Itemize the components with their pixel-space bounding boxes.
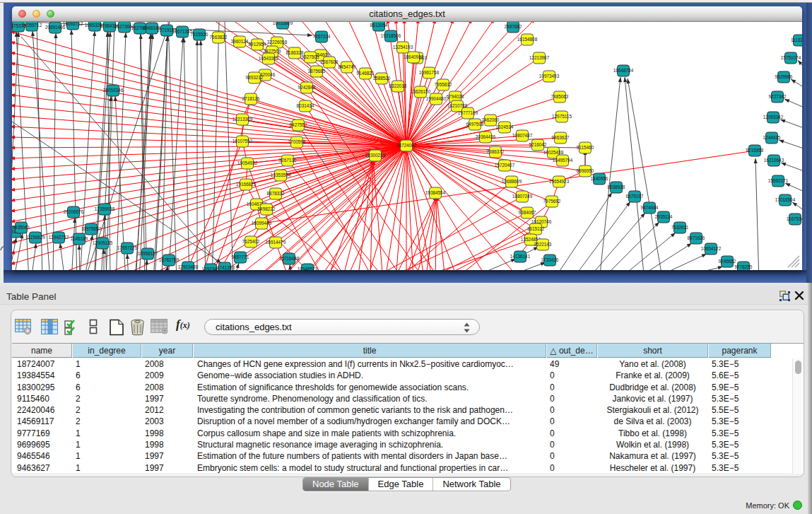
svg-text:16093712: 16093712 [63,22,83,26]
svg-text:28053346: 28053346 [103,88,124,93]
svg-text:18099449: 18099449 [252,221,272,226]
svg-text:12975115: 12975115 [552,114,572,119]
svg-text:12093342: 12093342 [763,115,784,119]
svg-text:8454749: 8454749 [339,64,356,69]
svg-text:10654122: 10654122 [701,246,722,251]
svg-text:8938928: 8938928 [608,185,625,189]
svg-text:2718126: 2718126 [242,96,260,101]
svg-text:16961758: 16961758 [419,70,440,75]
svg-text:1145189: 1145189 [71,236,88,241]
svg-text:8427552: 8427552 [290,122,307,127]
svg-text:9463627: 9463627 [552,135,570,140]
svg-text:17957225: 17957225 [117,245,138,250]
svg-text:10688609: 10688609 [502,179,522,184]
svg-text:18724007: 18724007 [396,143,417,148]
svg-text:6794028: 6794028 [447,94,464,99]
svg-text:13353594: 13353594 [271,173,291,177]
svg-text:10973493: 10973493 [539,74,560,78]
svg-text:1292349: 1292349 [202,267,220,270]
svg-text:16154808: 16154808 [517,37,538,42]
svg-text:18640911: 18640911 [404,54,423,59]
svg-text:12942737: 12942737 [49,235,69,240]
svg-text:8813054: 8813054 [370,23,388,28]
svg-text:12213369: 12213369 [233,117,253,122]
svg-text:17359938: 17359938 [95,206,115,211]
svg-text:8878332: 8878332 [267,191,285,196]
svg-text:9893212: 9893212 [246,75,264,80]
svg-text:8912954: 8912954 [249,42,266,47]
svg-text:12923488: 12923488 [178,264,199,269]
svg-text:2522143: 2522143 [534,242,552,247]
svg-text:10025438: 10025438 [543,150,564,155]
svg-text:9384067: 9384067 [519,210,536,215]
svg-text:1588520: 1588520 [373,76,391,81]
svg-text:1113254: 1113254 [791,37,802,42]
svg-text:16543362: 16543362 [259,56,279,61]
svg-text:15720407: 15720407 [495,163,515,168]
svg-text:3875685: 3875685 [308,69,326,74]
svg-text:9329966: 9329966 [775,74,793,79]
svg-text:14055712: 14055712 [22,23,42,28]
svg-text:3267130: 3267130 [279,158,297,163]
svg-text:7515526: 7515526 [191,32,208,37]
svg-text:8322018: 8322018 [389,83,407,88]
svg-text:1615112: 1615112 [527,226,545,231]
svg-text:9327505: 9327505 [302,54,319,59]
svg-text:9474444: 9474444 [641,205,659,210]
svg-text:19777169: 19777169 [458,110,478,115]
svg-text:10948523: 10948523 [298,267,318,270]
svg-text:1640956: 1640956 [591,176,608,181]
svg-text:7663822: 7663822 [210,35,228,40]
svg-text:20364436: 20364436 [476,134,496,139]
svg-text:5498222: 5498222 [258,206,276,211]
svg-text:13254193: 13254193 [393,45,413,49]
svg-text:3960124: 3960124 [231,39,249,44]
svg-text:32226058: 32226058 [267,40,288,45]
svg-text:10975657: 10975657 [81,226,102,231]
svg-text:9457771: 9457771 [232,255,249,259]
svg-text:12905135: 12905135 [93,240,113,245]
svg-text:16107552: 16107552 [233,139,253,144]
svg-text:7462060: 7462060 [482,117,500,122]
svg-text:8215958: 8215958 [746,148,764,153]
svg-text:2487682: 2487682 [505,24,522,29]
svg-text:17016504: 17016504 [775,197,796,202]
svg-text:7632611: 7632611 [671,225,689,230]
svg-text:1733426: 1733426 [541,257,559,262]
svg-text:19654923: 19654923 [549,179,570,184]
svg-text:5216042: 5216042 [529,142,547,147]
svg-text:9227342: 9227342 [769,94,787,99]
svg-text:20206576: 20206576 [64,209,84,214]
svg-text:12213967: 12213967 [529,55,550,60]
svg-text:16210643: 16210643 [764,158,784,163]
svg-text:9245652: 9245652 [719,259,736,264]
svg-text:19904480: 19904480 [426,96,447,101]
svg-text:15751074: 15751074 [781,55,801,60]
svg-text:16914479: 16914479 [266,240,286,245]
svg-text:11156829: 11156829 [25,235,45,240]
svg-text:19166825: 19166825 [236,182,257,187]
svg-text:7625402: 7625402 [242,239,260,244]
svg-text:1700598: 1700598 [288,139,306,144]
svg-text:10807487: 10807487 [512,133,533,138]
svg-text:13626150: 13626150 [411,89,431,94]
svg-text:19384554: 19384554 [425,190,446,195]
svg-text:2367608: 2367608 [321,59,339,64]
svg-text:7485063: 7485063 [551,94,569,99]
svg-text:8031414: 8031414 [297,103,314,108]
svg-text:18807249: 18807249 [512,194,533,199]
svg-text:6497508: 6497508 [466,122,484,127]
svg-text:7386372: 7386372 [487,149,505,154]
svg-text:6896950: 6896950 [577,168,594,173]
svg-text:2935114: 2935114 [655,214,673,219]
svg-text:6679197: 6679197 [626,194,644,199]
svg-text:10033809: 10033809 [273,22,293,25]
svg-text:16671355: 16671355 [172,29,193,34]
svg-text:7357224: 7357224 [313,34,331,39]
svg-text:1624514: 1624514 [496,124,514,129]
svg-text:10958127: 10958127 [138,251,158,256]
svg-text:9778255: 9778255 [735,264,753,269]
svg-text:19218506: 19218506 [381,33,401,38]
svg-text:1244415: 1244415 [763,135,781,140]
svg-text:19054932: 19054932 [237,160,258,165]
